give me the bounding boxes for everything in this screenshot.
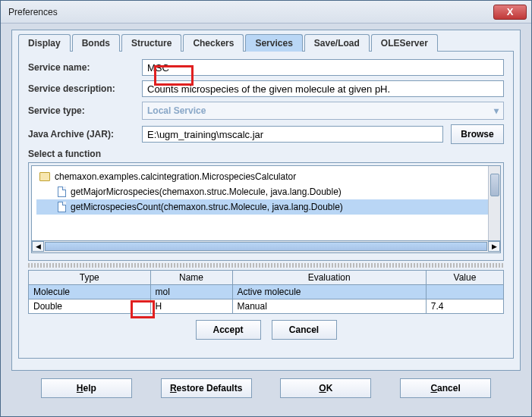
titlebar: Preferences X (1, 1, 531, 24)
outer-panel: Display Bonds Structure Checkers Service… (11, 30, 521, 371)
row-service-desc: Service description: (28, 80, 504, 97)
select-function-label: Select a function (28, 149, 504, 159)
tree-item-2[interactable]: getMicrospeciesCount(chemaxon.struc.Mole… (36, 199, 496, 215)
cancel-button[interactable]: Cancel (272, 320, 337, 340)
col-name[interactable]: Name (150, 271, 232, 285)
scroll-thumb[interactable] (490, 174, 499, 196)
window-body: Display Bonds Structure Checkers Service… (1, 24, 531, 412)
tree-scrollbar-horizontal[interactable]: ◀ ▶ (31, 241, 501, 253)
browse-button[interactable]: Browse (451, 124, 504, 144)
close-button[interactable]: X (493, 5, 527, 20)
chevron-down-icon: ▾ (494, 105, 499, 116)
tree-content: chemaxon.examples.calcintegration.Micros… (32, 166, 500, 218)
cell-value[interactable] (426, 285, 503, 299)
tree-scrollbar-vertical[interactable] (488, 166, 500, 240)
tab-display[interactable]: Display (18, 34, 71, 52)
tab-oleserver[interactable]: OLEServer (371, 34, 438, 52)
ok-button[interactable]: OK (280, 378, 371, 398)
col-evaluation[interactable]: Evaluation (232, 271, 426, 285)
preferences-window: Preferences X Display Bonds Structure Ch… (0, 0, 532, 417)
col-value[interactable]: Value (426, 271, 503, 285)
tree-root-label: chemaxon.examples.calcintegration.Micros… (55, 171, 296, 182)
tree-item-2-label: getMicrospeciesCount(chemaxon.struc.Mole… (71, 202, 343, 212)
cell-name[interactable]: mol (150, 285, 232, 299)
tab-structure[interactable]: Structure (121, 34, 181, 52)
tab-content-services: Service name: Service description: Servi… (18, 51, 514, 359)
jar-input[interactable] (142, 126, 443, 143)
cancel-main-button[interactable]: Cancel (400, 378, 491, 398)
service-desc-label: Service description: (28, 83, 142, 94)
bottom-button-row: Help Restore Defaults OK Cancel (11, 371, 521, 406)
scroll-track[interactable] (45, 242, 487, 251)
row-service-name: Service name: (28, 59, 504, 76)
jar-label: Java Archive (JAR): (28, 129, 142, 140)
accept-button[interactable]: Accept (196, 320, 261, 340)
service-desc-input[interactable] (142, 80, 504, 97)
tree-item-1[interactable]: getMajorMicrospecies(chemaxon.struc.Mole… (36, 184, 496, 199)
tree-item-1-label: getMajorMicrospecies(chemaxon.struc.Mole… (71, 187, 342, 197)
service-type-value: Local Service (147, 105, 206, 116)
cell-value[interactable]: 7.4 (426, 299, 503, 314)
service-type-label: Service type: (28, 105, 142, 116)
tab-bonds[interactable]: Bonds (72, 34, 120, 52)
restore-defaults-button[interactable]: Restore Defaults (161, 378, 252, 398)
service-name-input[interactable] (142, 59, 504, 76)
help-button[interactable]: Help (41, 378, 132, 398)
row-service-type: Service type: Local Service ▾ (28, 102, 504, 120)
inner-button-row: Accept Cancel (28, 320, 504, 340)
tab-bar: Display Bonds Structure Checkers Service… (18, 33, 514, 51)
scroll-right-icon[interactable]: ▶ (488, 241, 500, 252)
folder-icon (39, 172, 50, 181)
table-row[interactable]: Molecule mol Active molecule (29, 285, 504, 299)
cell-name[interactable]: H (150, 299, 232, 314)
function-tree[interactable]: chemaxon.examples.calcintegration.Micros… (31, 165, 501, 241)
tree-root[interactable]: chemaxon.examples.calcintegration.Micros… (36, 169, 496, 184)
cell-eval[interactable]: Active molecule (232, 285, 426, 299)
service-type-select[interactable]: Local Service ▾ (142, 102, 504, 120)
tab-saveload[interactable]: Save/Load (304, 34, 370, 52)
parameter-table: Type Name Evaluation Value Molecule mol … (28, 270, 504, 314)
service-name-label: Service name: (28, 62, 142, 73)
row-jar: Java Archive (JAR): Browse (28, 124, 504, 144)
scroll-left-icon[interactable]: ◀ (32, 241, 44, 252)
table-header-row: Type Name Evaluation Value (29, 271, 504, 285)
tab-services[interactable]: Services (245, 34, 302, 52)
window-title: Preferences (8, 7, 58, 17)
cell-type: Molecule (29, 285, 151, 299)
function-tree-panel: chemaxon.examples.calcintegration.Micros… (28, 162, 504, 261)
col-type[interactable]: Type (29, 271, 151, 285)
tab-checkers[interactable]: Checkers (183, 34, 244, 52)
splitter-handle[interactable] (28, 263, 504, 268)
cell-eval[interactable]: Manual (232, 299, 426, 314)
table-row[interactable]: Double H Manual 7.4 (29, 299, 504, 314)
file-icon (58, 202, 66, 212)
file-icon (58, 187, 66, 197)
cell-type: Double (29, 299, 151, 314)
